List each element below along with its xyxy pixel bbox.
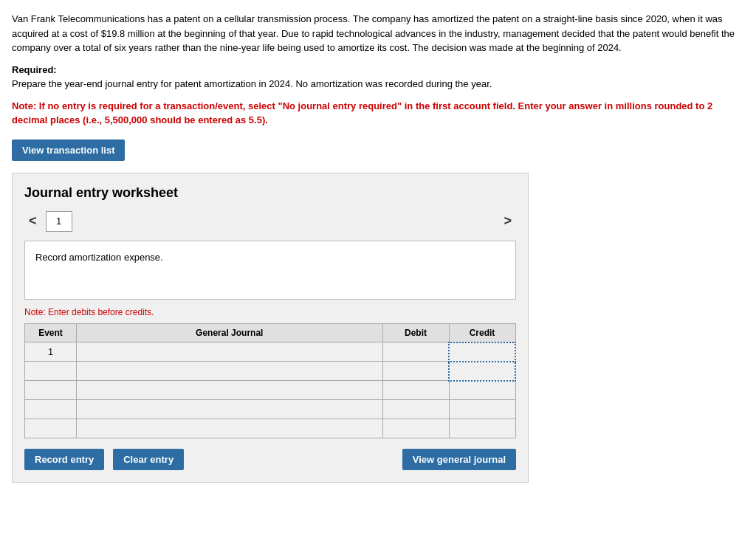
event-cell <box>25 400 77 419</box>
record-entry-button[interactable]: Record entry <box>24 449 104 470</box>
next-page-button[interactable]: > <box>499 213 516 229</box>
col-header-general-journal: General Journal <box>77 323 383 342</box>
credit-cell[interactable] <box>449 381 515 400</box>
general-journal-input[interactable] <box>77 342 382 361</box>
table-row <box>25 381 516 400</box>
worksheet-container: Journal entry worksheet < 1 > Record amo… <box>12 173 529 483</box>
debit-input[interactable] <box>383 381 449 399</box>
required-section: Required: Prepare the year-end journal e… <box>12 63 735 92</box>
credit-cell[interactable] <box>449 400 515 419</box>
event-cell: 1 <box>25 342 77 362</box>
credit-cell[interactable] <box>449 362 515 381</box>
col-header-credit: Credit <box>449 323 515 342</box>
debit-cell[interactable] <box>382 419 449 438</box>
debit-cell[interactable] <box>382 362 449 381</box>
general-journal-input[interactable] <box>77 419 382 438</box>
record-description-box: Record amortization expense. <box>24 241 516 300</box>
event-cell <box>25 419 77 438</box>
credit-input[interactable] <box>450 362 515 380</box>
credit-cell[interactable] <box>449 342 515 362</box>
intro-paragraph: Van Frank Telecommunications has a paten… <box>12 12 735 55</box>
debit-cell[interactable] <box>382 400 449 419</box>
required-text: Prepare the year-end journal entry for p… <box>12 78 492 89</box>
table-row <box>25 362 516 381</box>
debit-input[interactable] <box>383 342 449 361</box>
page-number: 1 <box>56 216 61 227</box>
debit-input[interactable] <box>383 362 449 380</box>
note-red: Note: If no entry is required for a tran… <box>12 99 735 128</box>
journal-table: Event General Journal Debit Credit 1 <box>24 323 516 439</box>
col-header-debit: Debit <box>382 323 449 342</box>
worksheet-title: Journal entry worksheet <box>24 185 516 201</box>
table-row <box>25 400 516 419</box>
table-row <box>25 419 516 438</box>
credit-input[interactable] <box>450 400 515 418</box>
general-journal-input[interactable] <box>77 381 382 399</box>
debit-cell[interactable] <box>382 381 449 400</box>
debit-cell[interactable] <box>382 342 449 362</box>
clear-entry-button[interactable]: Clear entry <box>113 449 184 470</box>
debit-input[interactable] <box>383 419 449 438</box>
nav-row: < 1 > <box>24 211 516 232</box>
debit-input[interactable] <box>383 400 449 418</box>
credit-input[interactable] <box>450 419 515 438</box>
view-general-journal-button[interactable]: View general journal <box>402 449 516 470</box>
general-journal-input[interactable] <box>77 400 382 418</box>
page-number-box: 1 <box>46 211 72 232</box>
prev-page-button[interactable]: < <box>24 213 41 229</box>
col-header-event: Event <box>25 323 77 342</box>
general-journal-cell[interactable] <box>77 381 383 400</box>
table-row: 1 <box>25 342 516 362</box>
required-label: Required: <box>12 64 57 75</box>
general-journal-input[interactable] <box>77 362 382 380</box>
bottom-buttons: Record entry Clear entry View general jo… <box>24 449 516 470</box>
general-journal-cell[interactable] <box>77 342 383 362</box>
event-cell <box>25 362 77 381</box>
general-journal-cell[interactable] <box>77 400 383 419</box>
event-cell <box>25 381 77 400</box>
credit-input[interactable] <box>450 343 515 361</box>
general-journal-cell[interactable] <box>77 419 383 438</box>
note-debits: Note: Enter debits before credits. <box>24 307 516 317</box>
view-transaction-button[interactable]: View transaction list <box>12 140 125 161</box>
record-description-text: Record amortization expense. <box>35 252 163 263</box>
credit-input[interactable] <box>450 382 515 400</box>
general-journal-cell[interactable] <box>77 362 383 381</box>
credit-cell[interactable] <box>449 419 515 438</box>
